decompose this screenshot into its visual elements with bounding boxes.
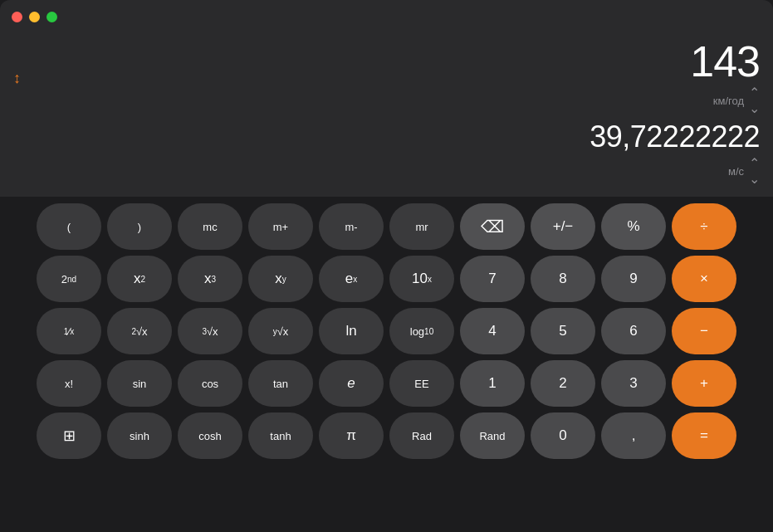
secondary-display-value: 39,72222222 — [13, 120, 760, 154]
five-button[interactable]: 5 — [531, 308, 595, 354]
seven-button[interactable]: 7 — [460, 256, 525, 302]
sort-icon[interactable]: ↕ — [13, 70, 21, 87]
x-cubed-button[interactable]: x3 — [178, 256, 242, 302]
add-button[interactable]: + — [672, 360, 736, 407]
tan-button[interactable]: tan — [248, 360, 313, 407]
ten-to-x-button[interactable]: 10x — [389, 256, 454, 302]
backspace-button[interactable]: ⌫ — [460, 203, 525, 250]
button-row-1: ( ) mc m+ m- mr ⌫ +/− % ÷ — [8, 203, 765, 250]
ln-button[interactable]: ln — [319, 308, 384, 354]
maximize-button[interactable] — [46, 12, 57, 22]
close-button[interactable] — [12, 12, 22, 22]
cbrt-button[interactable]: 3√x — [178, 308, 242, 354]
rand-button[interactable]: Rand — [460, 412, 525, 459]
e-to-x-button[interactable]: ex — [319, 256, 384, 302]
tanh-button[interactable]: tanh — [248, 412, 313, 459]
log10-button[interactable]: log10 — [389, 308, 454, 354]
m-minus-button[interactable]: m- — [319, 203, 384, 250]
open-paren-button[interactable]: ( — [37, 203, 101, 250]
second-button[interactable]: 2nd — [37, 256, 101, 302]
button-row-3: 1⁄x 2√x 3√x y√x ln log10 4 5 6 − — [8, 308, 765, 354]
minimize-button[interactable] — [29, 12, 40, 22]
three-button[interactable]: 3 — [601, 360, 666, 407]
six-button[interactable]: 6 — [601, 308, 666, 354]
reciprocal-button[interactable]: 1⁄x — [37, 308, 101, 354]
ee-button[interactable]: EE — [389, 360, 454, 407]
sinh-button[interactable]: sinh — [107, 412, 172, 459]
main-unit-stepper[interactable]: ⌃⌄ — [749, 85, 760, 116]
cosh-button[interactable]: cosh — [178, 412, 242, 459]
mr-button[interactable]: mr — [389, 203, 454, 250]
secondary-unit-stepper[interactable]: ⌃⌄ — [749, 155, 760, 187]
multiply-button[interactable]: × — [672, 256, 736, 302]
percent-button[interactable]: % — [601, 203, 666, 250]
zero-button[interactable]: 0 — [531, 412, 595, 459]
sin-button[interactable]: sin — [107, 360, 172, 407]
pi-button[interactable]: π — [319, 412, 384, 459]
y-root-button[interactable]: y√x — [248, 308, 313, 354]
main-unit-label: км/год — [713, 95, 744, 107]
title-bar — [0, 0, 773, 33]
euler-button[interactable]: e — [319, 360, 384, 407]
cos-button[interactable]: cos — [178, 360, 242, 407]
decimal-button[interactable]: , — [601, 412, 666, 459]
main-display-value: 143 — [690, 40, 760, 83]
button-row-2: 2nd x2 x3 xy ex 10x 7 8 9 × — [8, 256, 765, 302]
m-plus-button[interactable]: m+ — [248, 203, 313, 250]
one-button[interactable]: 1 — [460, 360, 525, 407]
subtract-button[interactable]: − — [672, 308, 736, 354]
secondary-unit-label: м/с — [728, 165, 744, 178]
equals-button[interactable]: = — [672, 412, 736, 459]
plus-minus-button[interactable]: +/− — [531, 203, 595, 250]
factorial-button[interactable]: x! — [37, 360, 101, 407]
button-row-4: x! sin cos tan e EE 1 2 3 + — [8, 360, 765, 407]
x-to-y-button[interactable]: xy — [248, 256, 313, 302]
nine-button[interactable]: 9 — [601, 256, 666, 302]
button-row-5: ⊞ sinh cosh tanh π Rad Rand 0 , = — [8, 412, 765, 459]
mc-button[interactable]: mc — [178, 203, 242, 250]
display-area: ↕ 143 км/год ⌃⌄ 39,72222222 м/с ⌃⌄ — [0, 33, 773, 197]
x-squared-button[interactable]: x2 — [107, 256, 172, 302]
rad-button[interactable]: Rad — [389, 412, 454, 459]
buttons-area: ( ) mc m+ m- mr ⌫ +/− % ÷ 2nd x2 x3 xy e… — [0, 197, 773, 473]
grid-button[interactable]: ⊞ — [37, 412, 101, 459]
sqrt-button[interactable]: 2√x — [107, 308, 172, 354]
close-paren-button[interactable]: ) — [107, 203, 172, 250]
four-button[interactable]: 4 — [460, 308, 525, 354]
eight-button[interactable]: 8 — [531, 256, 595, 302]
two-button[interactable]: 2 — [531, 360, 595, 407]
divide-button[interactable]: ÷ — [672, 203, 736, 250]
